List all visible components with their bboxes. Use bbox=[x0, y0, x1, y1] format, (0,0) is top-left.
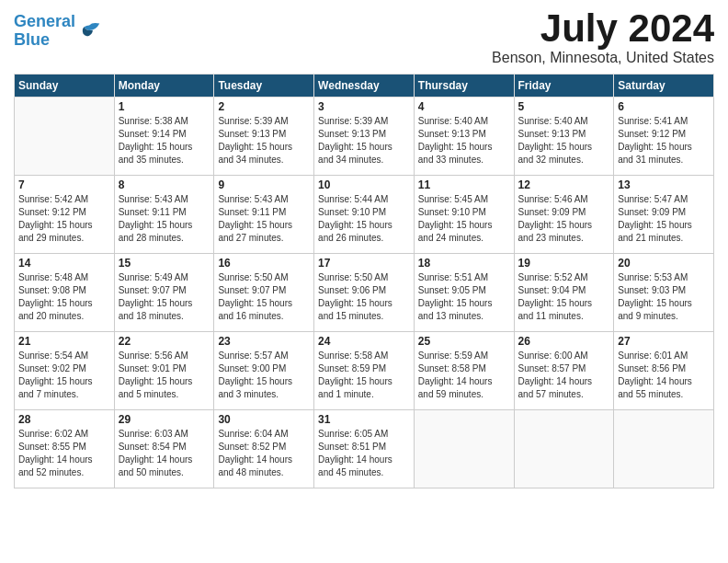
day-number: 2 bbox=[218, 100, 310, 113]
calendar-cell: 30Sunrise: 6:04 AM Sunset: 8:52 PM Dayli… bbox=[214, 410, 314, 488]
week-row-2: 7Sunrise: 5:42 AM Sunset: 9:12 PM Daylig… bbox=[15, 176, 714, 254]
calendar-cell: 13Sunrise: 5:47 AM Sunset: 9:09 PM Dayli… bbox=[614, 176, 714, 254]
logo: GeneralBlue bbox=[14, 13, 103, 50]
calendar-cell: 4Sunrise: 5:40 AM Sunset: 9:13 PM Daylig… bbox=[414, 98, 514, 176]
calendar-cell: 21Sunrise: 5:54 AM Sunset: 9:02 PM Dayli… bbox=[15, 332, 115, 410]
day-info: Sunrise: 5:45 AM Sunset: 9:10 PM Dayligh… bbox=[418, 193, 510, 245]
weekday-header-thursday: Thursday bbox=[414, 75, 514, 98]
calendar-header-row: SundayMondayTuesdayWednesdayThursdayFrid… bbox=[15, 75, 714, 98]
calendar-cell: 1Sunrise: 5:38 AM Sunset: 9:14 PM Daylig… bbox=[114, 98, 214, 176]
calendar-cell bbox=[414, 410, 514, 488]
day-info: Sunrise: 5:43 AM Sunset: 9:11 PM Dayligh… bbox=[119, 193, 210, 245]
day-number: 7 bbox=[18, 178, 110, 191]
day-number: 10 bbox=[318, 178, 410, 191]
day-info: Sunrise: 6:05 AM Sunset: 8:51 PM Dayligh… bbox=[318, 428, 410, 479]
calendar-cell: 17Sunrise: 5:50 AM Sunset: 9:06 PM Dayli… bbox=[314, 254, 415, 332]
day-info: Sunrise: 5:48 AM Sunset: 9:08 PM Dayligh… bbox=[18, 271, 110, 323]
calendar-cell: 19Sunrise: 5:52 AM Sunset: 9:04 PM Dayli… bbox=[514, 254, 614, 332]
calendar-cell: 9Sunrise: 5:43 AM Sunset: 9:11 PM Daylig… bbox=[214, 176, 314, 254]
day-number: 31 bbox=[318, 413, 410, 426]
day-number: 15 bbox=[119, 257, 210, 270]
day-number: 17 bbox=[318, 257, 410, 270]
day-number: 22 bbox=[119, 335, 210, 348]
title-block: July 2024 Benson, Minnesota, United Stat… bbox=[492, 9, 714, 66]
weekday-header-tuesday: Tuesday bbox=[214, 75, 314, 98]
calendar-cell bbox=[514, 410, 614, 488]
calendar-cell: 14Sunrise: 5:48 AM Sunset: 9:08 PM Dayli… bbox=[15, 254, 115, 332]
week-row-4: 21Sunrise: 5:54 AM Sunset: 9:02 PM Dayli… bbox=[15, 332, 714, 410]
day-info: Sunrise: 5:56 AM Sunset: 9:01 PM Dayligh… bbox=[119, 350, 210, 401]
calendar-cell: 24Sunrise: 5:58 AM Sunset: 8:59 PM Dayli… bbox=[314, 332, 415, 410]
weekday-header-friday: Friday bbox=[514, 75, 614, 98]
logo-text: GeneralBlue bbox=[14, 13, 75, 50]
calendar-cell: 5Sunrise: 5:40 AM Sunset: 9:13 PM Daylig… bbox=[514, 98, 614, 176]
day-number: 19 bbox=[518, 257, 610, 270]
day-info: Sunrise: 5:38 AM Sunset: 9:14 PM Dayligh… bbox=[119, 115, 210, 167]
day-number: 12 bbox=[518, 178, 610, 191]
day-number: 8 bbox=[119, 178, 210, 191]
location: Benson, Minnesota, United States bbox=[492, 50, 714, 66]
day-number: 23 bbox=[218, 335, 310, 348]
calendar-cell: 12Sunrise: 5:46 AM Sunset: 9:09 PM Dayli… bbox=[514, 176, 614, 254]
day-number: 5 bbox=[518, 100, 610, 113]
day-info: Sunrise: 5:40 AM Sunset: 9:13 PM Dayligh… bbox=[418, 115, 510, 167]
calendar-cell: 20Sunrise: 5:53 AM Sunset: 9:03 PM Dayli… bbox=[614, 254, 714, 332]
calendar-table: SundayMondayTuesdayWednesdayThursdayFrid… bbox=[14, 74, 714, 488]
calendar-cell: 16Sunrise: 5:50 AM Sunset: 9:07 PM Dayli… bbox=[214, 254, 314, 332]
calendar-cell bbox=[614, 410, 714, 488]
day-info: Sunrise: 5:39 AM Sunset: 9:13 PM Dayligh… bbox=[318, 115, 410, 167]
day-number: 9 bbox=[218, 178, 310, 191]
day-info: Sunrise: 6:01 AM Sunset: 8:56 PM Dayligh… bbox=[618, 350, 710, 401]
day-number: 3 bbox=[318, 100, 410, 113]
day-info: Sunrise: 5:42 AM Sunset: 9:12 PM Dayligh… bbox=[18, 193, 110, 245]
day-info: Sunrise: 5:47 AM Sunset: 9:09 PM Dayligh… bbox=[618, 193, 710, 245]
day-number: 26 bbox=[518, 335, 610, 348]
week-row-1: 1Sunrise: 5:38 AM Sunset: 9:14 PM Daylig… bbox=[15, 98, 714, 176]
day-number: 25 bbox=[418, 335, 510, 348]
calendar-cell: 6Sunrise: 5:41 AM Sunset: 9:12 PM Daylig… bbox=[614, 98, 714, 176]
day-info: Sunrise: 5:57 AM Sunset: 9:00 PM Dayligh… bbox=[218, 350, 310, 401]
day-number: 20 bbox=[618, 257, 710, 270]
day-info: Sunrise: 6:04 AM Sunset: 8:52 PM Dayligh… bbox=[218, 428, 310, 479]
calendar-cell: 22Sunrise: 5:56 AM Sunset: 9:01 PM Dayli… bbox=[114, 332, 214, 410]
day-info: Sunrise: 5:51 AM Sunset: 9:05 PM Dayligh… bbox=[418, 271, 510, 323]
calendar-cell bbox=[15, 98, 115, 176]
page-header: GeneralBlue July 2024 Benson, Minnesota,… bbox=[14, 9, 714, 66]
day-info: Sunrise: 5:53 AM Sunset: 9:03 PM Dayligh… bbox=[618, 271, 710, 323]
calendar-cell: 2Sunrise: 5:39 AM Sunset: 9:13 PM Daylig… bbox=[214, 98, 314, 176]
calendar-cell: 27Sunrise: 6:01 AM Sunset: 8:56 PM Dayli… bbox=[614, 332, 714, 410]
day-info: Sunrise: 5:59 AM Sunset: 8:58 PM Dayligh… bbox=[418, 350, 510, 401]
day-info: Sunrise: 5:46 AM Sunset: 9:09 PM Dayligh… bbox=[518, 193, 610, 245]
weekday-header-sunday: Sunday bbox=[15, 75, 115, 98]
day-number: 13 bbox=[618, 178, 710, 191]
day-number: 4 bbox=[418, 100, 510, 113]
day-number: 24 bbox=[318, 335, 410, 348]
day-number: 18 bbox=[418, 257, 510, 270]
calendar-cell: 29Sunrise: 6:03 AM Sunset: 8:54 PM Dayli… bbox=[114, 410, 214, 488]
calendar-cell: 10Sunrise: 5:44 AM Sunset: 9:10 PM Dayli… bbox=[314, 176, 415, 254]
week-row-3: 14Sunrise: 5:48 AM Sunset: 9:08 PM Dayli… bbox=[15, 254, 714, 332]
day-number: 28 bbox=[18, 413, 110, 426]
day-number: 14 bbox=[18, 257, 110, 270]
day-info: Sunrise: 5:43 AM Sunset: 9:11 PM Dayligh… bbox=[218, 193, 310, 245]
weekday-header-wednesday: Wednesday bbox=[314, 75, 415, 98]
day-info: Sunrise: 6:03 AM Sunset: 8:54 PM Dayligh… bbox=[119, 428, 210, 479]
day-info: Sunrise: 6:02 AM Sunset: 8:55 PM Dayligh… bbox=[18, 428, 110, 479]
day-number: 30 bbox=[218, 413, 310, 426]
calendar-cell: 23Sunrise: 5:57 AM Sunset: 9:00 PM Dayli… bbox=[214, 332, 314, 410]
calendar-cell: 3Sunrise: 5:39 AM Sunset: 9:13 PM Daylig… bbox=[314, 98, 415, 176]
day-info: Sunrise: 6:00 AM Sunset: 8:57 PM Dayligh… bbox=[518, 350, 610, 401]
month-title: July 2024 bbox=[492, 9, 714, 48]
day-info: Sunrise: 5:41 AM Sunset: 9:12 PM Dayligh… bbox=[618, 115, 710, 167]
day-number: 21 bbox=[18, 335, 110, 348]
day-info: Sunrise: 5:50 AM Sunset: 9:06 PM Dayligh… bbox=[318, 271, 410, 323]
day-info: Sunrise: 5:52 AM Sunset: 9:04 PM Dayligh… bbox=[518, 271, 610, 323]
day-info: Sunrise: 5:40 AM Sunset: 9:13 PM Dayligh… bbox=[518, 115, 610, 167]
day-number: 1 bbox=[119, 100, 210, 113]
calendar-cell: 15Sunrise: 5:49 AM Sunset: 9:07 PM Dayli… bbox=[114, 254, 214, 332]
day-number: 6 bbox=[618, 100, 710, 113]
calendar-cell: 31Sunrise: 6:05 AM Sunset: 8:51 PM Dayli… bbox=[314, 410, 415, 488]
day-info: Sunrise: 5:49 AM Sunset: 9:07 PM Dayligh… bbox=[119, 271, 210, 323]
day-number: 27 bbox=[618, 335, 710, 348]
calendar-cell: 25Sunrise: 5:59 AM Sunset: 8:58 PM Dayli… bbox=[414, 332, 514, 410]
